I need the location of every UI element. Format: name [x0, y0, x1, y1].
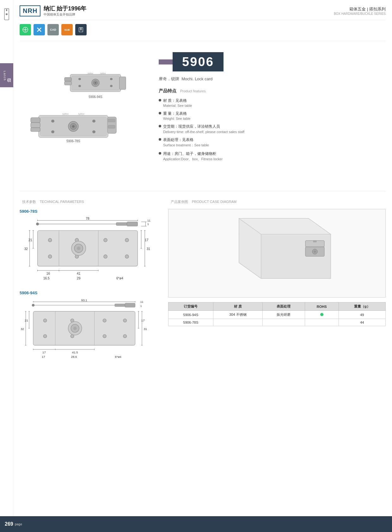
svg-text:5906-78S: 5906-78S — [66, 139, 80, 143]
svg-text:31: 31 — [147, 247, 150, 251]
product-info: 产品 型号 5906 摩奇．锁牌 Mochi. Lock card 产品特点 P… — [159, 49, 386, 183]
svg-text:41: 41 — [77, 272, 81, 275]
svg-point-58 — [48, 255, 52, 258]
svg-point-151 — [314, 250, 316, 253]
svg-text:6*ø4: 6*ø4 — [115, 355, 122, 358]
feature-dot-1 — [159, 99, 161, 101]
svg-rect-97 — [125, 303, 135, 307]
svg-point-64 — [125, 255, 129, 258]
svg-point-5 — [80, 29, 82, 30]
feature-item-4: 表面处理：见表格 Surface treatment：See table — [159, 137, 386, 148]
svg-text:32: 32 — [24, 247, 28, 251]
feature-text-en-3: Delivery time: off-the-shelf, please con… — [163, 130, 244, 134]
svg-rect-96 — [115, 304, 125, 307]
svg-text:17: 17 — [42, 355, 45, 358]
svg-text:1: 1 — [147, 223, 149, 226]
svg-point-112 — [103, 334, 106, 338]
svg-rect-28 — [108, 119, 115, 122]
svg-rect-104 — [33, 311, 135, 345]
icon-bar: CAD SUB — [20, 20, 386, 39]
cell-surface-94s: 振光研磨 — [263, 311, 305, 319]
model-title-78s: 5906-78S — [20, 209, 156, 214]
svg-point-108 — [43, 334, 47, 338]
svg-text:NRH: NRH — [62, 113, 69, 116]
footer: 269 page — [0, 516, 392, 532]
svg-rect-25 — [31, 123, 40, 128]
svg-text:1: 1 — [140, 304, 142, 308]
feature-dot-5 — [159, 152, 161, 155]
svg-text:NRH: NRH — [100, 72, 106, 75]
model-number: 5906 — [173, 52, 224, 71]
series-title: 箱体五金 | 搭扣系列 — [334, 6, 386, 12]
feature-dot-2 — [159, 112, 161, 114]
svg-point-1 — [6, 13, 8, 15]
svg-rect-152 — [313, 241, 316, 242]
sidebar-label: 门锁 Latch — [0, 63, 13, 87]
svg-point-117 — [73, 327, 77, 330]
svg-point-34 — [51, 131, 54, 133]
table-row-94s: 5906-94S 304 不锈钢 振光研磨 49 — [168, 311, 386, 319]
feature-dot-3 — [159, 125, 161, 127]
icon-btn-cad[interactable]: CAD — [47, 24, 59, 35]
case-section-title: 产品案例图 PRODUCT CASE DIAGRAM — [168, 199, 386, 204]
svg-rect-6 — [80, 28, 82, 29]
svg-point-17 — [110, 78, 113, 80]
svg-text:41.5: 41.5 — [72, 351, 78, 354]
svg-text:17: 17 — [141, 319, 145, 322]
svg-point-57 — [48, 238, 52, 242]
svg-point-15 — [78, 78, 81, 80]
product-section: NRH NRH 5906-94S — [20, 43, 386, 189]
icon-btn-1[interactable] — [20, 24, 31, 35]
feature-text-en-2: Weight: See table — [163, 117, 191, 120]
svg-point-32 — [72, 125, 75, 128]
cell-weight-94s: 49 — [339, 311, 385, 319]
svg-point-67 — [77, 247, 80, 250]
case-diagram-svg — [168, 209, 385, 297]
feature-item-3: 交货期：现货供应，详洽销售人员 Delivery time: off-the-s… — [159, 124, 386, 133]
svg-point-61 — [104, 238, 107, 242]
product-images: NRH NRH 5906-94S — [20, 49, 146, 183]
tech-left: 技术参数 TECHNICAL PARAMETERS 5906-78S 78 — [20, 199, 156, 364]
diagram-78s: 78 1 11 — [20, 217, 156, 281]
product-photo-svg: NRH NRH 5906-94S — [20, 49, 146, 182]
tech-section: 技术参数 TECHNICAL PARAMETERS 5906-78S 78 — [20, 193, 386, 370]
cell-rohs-78s — [305, 319, 339, 326]
logo-box: NRH — [20, 5, 40, 16]
svg-point-114 — [123, 334, 127, 338]
svg-rect-24 — [31, 118, 40, 123]
svg-point-18 — [110, 85, 113, 87]
feature-item-5: 用途：房门、箱子，健身储物柜 Application:Door、box、Fitn… — [159, 151, 386, 162]
icon-btn-5[interactable] — [75, 24, 87, 35]
svg-rect-10 — [64, 81, 71, 85]
svg-text:17: 17 — [42, 351, 46, 354]
product-subtitle: 摩奇．锁牌 Mochi. Lock card — [159, 76, 386, 82]
brand-name: 纳汇 始于1996年 — [44, 5, 86, 12]
svg-text:6*ø4: 6*ø4 — [116, 277, 123, 280]
svg-text:93.1: 93.1 — [81, 298, 87, 302]
col-header-material: 材 质 — [213, 303, 262, 311]
svg-text:16.5: 16.5 — [43, 277, 50, 280]
svg-point-111 — [103, 319, 106, 322]
icon-btn-2[interactable] — [34, 24, 45, 35]
cell-rohs-94s — [305, 311, 339, 319]
svg-point-36 — [92, 131, 95, 133]
svg-text:5906-94S: 5906-94S — [89, 95, 102, 99]
icon-btn-sub[interactable]: SUB — [61, 24, 73, 35]
svg-point-113 — [123, 319, 127, 322]
svg-text:NRH: NRH — [88, 72, 93, 75]
header: NRH 纳汇 始于1996年 中国箱体五金开创品牌 箱体五金 | 搭扣系列 BO… — [20, 0, 386, 20]
svg-text:78: 78 — [86, 217, 89, 220]
brand-sub: 中国箱体五金开创品牌 — [44, 12, 86, 17]
header-right: 箱体五金 | 搭扣系列 BOX HARDWARE/BUCKLE SERIES — [334, 6, 386, 15]
cell-weight-78s: 44 — [339, 319, 385, 326]
left-sidebar: 门锁 Latch — [0, 0, 13, 532]
feature-text-cn-5: 用途：房门、箱子，健身储物柜 — [163, 151, 223, 157]
svg-text:31: 31 — [144, 327, 147, 331]
rohs-green-dot — [320, 313, 323, 316]
order-table: 订货编号 材 质 表面处理 ROHS 重量（g） 5906-94S 304 不锈… — [168, 302, 386, 326]
table-row-78s: 5906-78S 44 — [168, 319, 386, 326]
cell-material-78s — [213, 319, 262, 326]
feature-text-cn-4: 表面处理：见表格 — [163, 137, 209, 143]
svg-rect-2 — [6, 9, 7, 11]
svg-point-16 — [78, 85, 81, 87]
